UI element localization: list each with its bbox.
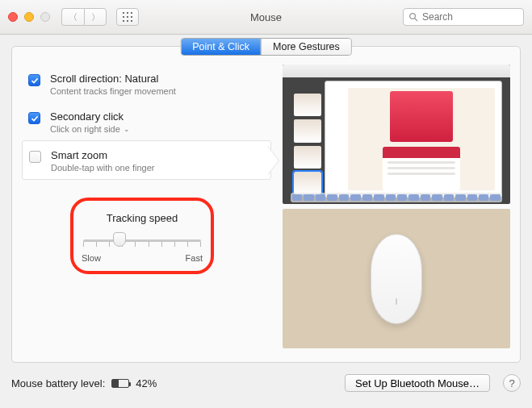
battery-level-label: Mouse battery level:: [11, 377, 105, 389]
tracking-speed-slider[interactable]: [80, 232, 204, 248]
chevron-down-icon: ⌄: [124, 125, 130, 133]
smart-zoom-label: Smart zoom: [51, 149, 154, 161]
secondary-click-label: Secondary click: [50, 110, 130, 123]
search-input[interactable]: [422, 11, 518, 23]
back-button[interactable]: 〈: [61, 8, 84, 26]
scroll-direction-checkbox[interactable]: [28, 74, 40, 86]
option-scroll-direction[interactable]: Scroll direction: Natural Content tracks…: [22, 65, 271, 102]
tab-group: Point & Click More Gestures: [180, 38, 352, 56]
footer: Mouse battery level: 42% Set Up Bluetoot…: [0, 369, 532, 392]
help-button[interactable]: ?: [503, 374, 521, 392]
minimize-window-button[interactable]: [24, 12, 34, 22]
secondary-click-dropdown[interactable]: Click on right side ⌄: [50, 124, 130, 134]
svg-rect-1: [127, 12, 128, 14]
slider-slow-label: Slow: [82, 253, 101, 263]
battery-percentage: 42%: [136, 377, 157, 389]
scroll-direction-label: Scroll direction: Natural: [50, 73, 176, 85]
svg-rect-7: [127, 20, 128, 22]
svg-point-9: [410, 14, 416, 19]
forward-button[interactable]: 〉: [84, 8, 107, 26]
show-all-button[interactable]: [116, 8, 139, 26]
tracking-speed-label: Tracking speed: [80, 212, 204, 224]
svg-rect-3: [123, 16, 124, 18]
search-field[interactable]: [403, 8, 524, 26]
grid-icon: [123, 12, 132, 22]
battery-icon: [111, 379, 129, 388]
slider-knob[interactable]: [113, 232, 126, 247]
chevron-left-icon: 〈: [69, 11, 77, 23]
setup-bluetooth-mouse-button[interactable]: Set Up Bluetooth Mouse…: [345, 374, 490, 392]
svg-rect-0: [123, 12, 124, 14]
tracking-speed-highlight: Tracking speed Slow Fast: [70, 198, 214, 274]
svg-rect-2: [131, 12, 132, 14]
tab-point-and-click[interactable]: Point & Click: [181, 39, 261, 55]
svg-line-10: [415, 19, 417, 21]
svg-rect-5: [131, 16, 132, 18]
option-smart-zoom[interactable]: Smart zoom Double-tap with one finger: [22, 140, 271, 180]
slider-fast-label: Fast: [186, 253, 203, 263]
smart-zoom-checkbox[interactable]: [29, 151, 41, 163]
magic-mouse-icon: [371, 234, 422, 324]
mouse-illustration: [283, 209, 510, 348]
gesture-preview-video: [283, 65, 510, 204]
svg-rect-8: [131, 20, 132, 22]
svg-rect-4: [127, 16, 128, 18]
preferences-panel: Point & Click More Gestures Scroll direc…: [11, 46, 521, 363]
secondary-click-checkbox[interactable]: [28, 112, 40, 124]
search-icon: [408, 12, 418, 22]
smart-zoom-sub: Double-tap with one finger: [51, 163, 154, 173]
scroll-direction-sub: Content tracks finger movement: [50, 86, 176, 96]
option-secondary-click[interactable]: Secondary click Click on right side ⌄: [22, 102, 271, 140]
window-controls: [8, 12, 50, 22]
chevron-right-icon: 〉: [91, 11, 100, 23]
tab-more-gestures[interactable]: More Gestures: [261, 39, 351, 55]
zoom-window-button: [40, 12, 50, 22]
window-titlebar: 〈 〉 Mouse: [0, 0, 532, 35]
svg-rect-6: [123, 20, 124, 22]
close-window-button[interactable]: [8, 12, 18, 22]
